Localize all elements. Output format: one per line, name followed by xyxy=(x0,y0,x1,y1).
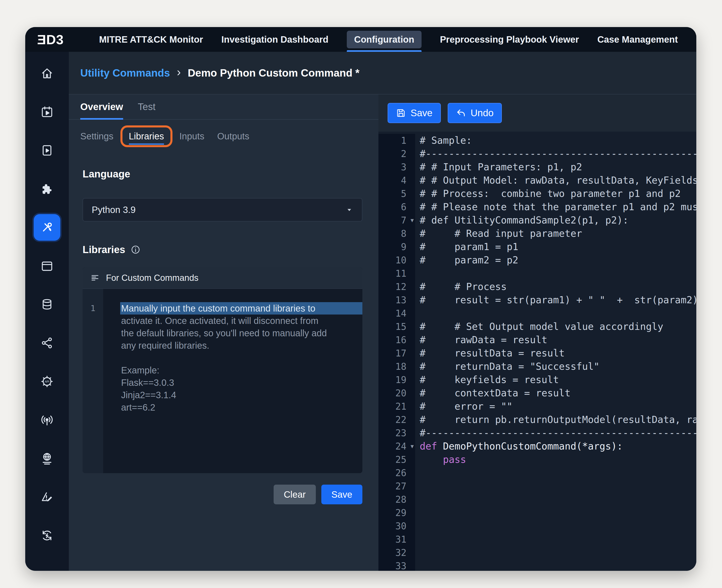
code-line[interactable]: 11 xyxy=(378,267,696,280)
subtab[interactable]: Libraries xyxy=(120,125,172,147)
sidebar-item-web[interactable] xyxy=(25,439,69,478)
code-text xyxy=(415,546,420,559)
code-line[interactable]: 33 xyxy=(378,559,696,571)
language-select[interactable]: Python 3.9 xyxy=(83,198,363,222)
line-number: 8 xyxy=(378,227,415,240)
code-line[interactable]: 6# # Please note that the parameter p1 a… xyxy=(378,201,696,214)
line-number: 7▾ xyxy=(378,214,415,227)
nav-item[interactable]: Case Management xyxy=(597,27,678,52)
line-number: 32 xyxy=(378,546,415,559)
placeholder-line xyxy=(120,352,363,364)
code-line[interactable]: 12# # Process xyxy=(378,280,696,293)
sidebar-item-home[interactable] xyxy=(25,54,69,92)
sidebar-item-playbooks[interactable] xyxy=(25,131,69,170)
nav-item[interactable]: MITRE ATT&CK Monitor xyxy=(99,27,203,52)
code-line[interactable]: 32 xyxy=(378,546,696,559)
code-line[interactable]: 7▾# def UtilityCommandSample2(p1, p2): xyxy=(378,214,696,227)
nav-item[interactable]: Investigation Dashboard xyxy=(221,27,328,52)
code-text: # # Please note that the parameter p1 an… xyxy=(415,201,696,214)
sidebar-item-data[interactable] xyxy=(25,285,69,324)
code-line[interactable]: 28 xyxy=(378,493,696,506)
breadcrumb-parent-link[interactable]: Utility Commands xyxy=(80,67,170,79)
sidebar-item-utility-commands[interactable] xyxy=(25,208,69,247)
code-line[interactable]: 31 xyxy=(378,533,696,546)
placeholder-line: Example: xyxy=(120,364,363,376)
code-line[interactable]: 25 pass xyxy=(378,453,696,466)
code-line[interactable]: 27 xyxy=(378,480,696,493)
code-line[interactable]: 26 xyxy=(378,466,696,480)
line-number: 22 xyxy=(378,413,415,426)
code-line[interactable]: 17# resultData = result xyxy=(378,346,696,360)
breadcrumb-current: Demo Python Custom Command * xyxy=(188,67,359,79)
code-panel: Save Undo 1# Sample:2#------------------… xyxy=(378,94,696,571)
code-line[interactable]: 1# Sample: xyxy=(378,134,696,147)
line-number: 29 xyxy=(378,506,415,520)
nav-item[interactable]: Preprocessing Playbook Viewer xyxy=(440,27,579,52)
line-number: 24▾ xyxy=(378,440,415,453)
code-line[interactable]: 4# # Output Model: rawData, resultData, … xyxy=(378,174,696,187)
code-text: # # Set Output model value accordingly xyxy=(415,320,663,333)
line-number: 20 xyxy=(378,386,415,400)
save-command-button[interactable]: Save xyxy=(388,103,441,123)
sidebar-item-broadcast[interactable] xyxy=(25,401,69,439)
code-editor[interactable]: 1# Sample:2#----------------------------… xyxy=(378,131,696,571)
api-gear-icon: API xyxy=(40,375,54,388)
sidebar-item-api[interactable]: API xyxy=(25,362,69,401)
libraries-input[interactable]: Manually input the custom command librar… xyxy=(103,289,363,473)
sidebar-item-integrations[interactable] xyxy=(25,170,69,208)
code-line[interactable]: 24▾def DemoPythonCustomCommand(*args): xyxy=(378,440,696,453)
code-text xyxy=(415,559,420,571)
sidebar-item-workspace[interactable] xyxy=(25,247,69,285)
sidebar-item-connections[interactable] xyxy=(25,324,69,362)
subtab[interactable]: Settings xyxy=(80,131,114,142)
code-line[interactable]: 2#--------------------------------------… xyxy=(378,147,696,161)
undo-icon xyxy=(456,108,466,118)
clear-button[interactable]: Clear xyxy=(274,485,316,504)
sidebar-item-incidents[interactable] xyxy=(25,478,69,516)
code-text: # Sample: xyxy=(415,134,472,147)
line-number: 30 xyxy=(378,520,415,533)
nav-item-label: Case Management xyxy=(597,35,678,45)
tab[interactable]: Test xyxy=(138,94,156,119)
info-icon[interactable] xyxy=(131,245,140,254)
code-text xyxy=(415,506,420,520)
code-line[interactable]: 20# contextData = result xyxy=(378,386,696,400)
code-line[interactable]: 5# # Process: combine two parameter p1 a… xyxy=(378,187,696,201)
code-text: # # Output Model: rawData, resultData, K… xyxy=(415,174,696,187)
code-text: # contextData = result xyxy=(415,386,571,400)
code-line[interactable]: 15# # Set Output model value accordingly xyxy=(378,320,696,333)
code-line[interactable]: 16# rawData = result xyxy=(378,333,696,346)
code-line[interactable]: 14 xyxy=(378,307,696,320)
libraries-editor-gutter: 1 xyxy=(83,289,103,473)
code-line[interactable]: 19# keyfields = result xyxy=(378,373,696,386)
code-line[interactable]: 30 xyxy=(378,520,696,533)
sidebar: API xyxy=(25,52,69,571)
subtab[interactable]: Inputs xyxy=(179,131,204,142)
form-buttons: Clear Save xyxy=(274,485,363,504)
subtab[interactable]: Outputs xyxy=(217,131,249,142)
code-line[interactable]: 21# error = "" xyxy=(378,400,696,413)
code-line[interactable]: 23#-------------------------------------… xyxy=(378,426,696,440)
undo-button[interactable]: Undo xyxy=(448,103,502,123)
code-text: def DemoPythonCustomCommand(*args): xyxy=(415,440,623,453)
sidebar-item-sync[interactable] xyxy=(25,516,69,555)
code-line[interactable]: 10# param2 = p2 xyxy=(378,254,696,267)
broadcast-icon xyxy=(40,413,54,427)
code-text: #---------------------------------------… xyxy=(415,426,696,440)
fold-caret-icon[interactable]: ▾ xyxy=(411,440,414,453)
subtab-label: Inputs xyxy=(179,131,204,142)
tab[interactable]: Overview xyxy=(80,94,123,119)
code-line[interactable]: 13# result = str(param1) + " " + str(par… xyxy=(378,293,696,307)
d3-logo[interactable]: ƎD3 xyxy=(37,32,85,47)
nav-item[interactable]: Configuration xyxy=(347,27,421,52)
code-line[interactable]: 8# # Read input parameter xyxy=(378,227,696,240)
code-line[interactable]: 9# param1 = p1 xyxy=(378,240,696,254)
code-line[interactable]: 18# returnData = "Successful" xyxy=(378,360,696,373)
sidebar-item-schedule[interactable] xyxy=(25,92,69,131)
fold-caret-icon[interactable]: ▾ xyxy=(411,214,414,227)
code-line[interactable]: 22# return pb.returnOutputModel(resultDa… xyxy=(378,413,696,426)
code-line[interactable]: 29 xyxy=(378,506,696,520)
form-save-button[interactable]: Save xyxy=(321,485,363,504)
line-number: 1 xyxy=(90,303,96,313)
code-line[interactable]: 3# # Input Parameters: p1, p2 xyxy=(378,161,696,174)
